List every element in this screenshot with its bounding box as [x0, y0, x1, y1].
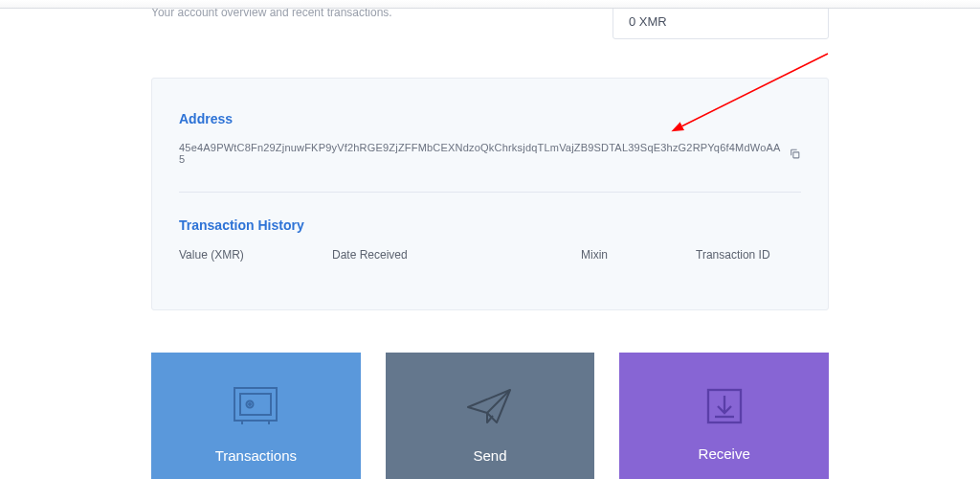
paper-plane-icon [464, 384, 516, 428]
receive-label: Receive [699, 445, 750, 462]
receive-card[interactable]: Receive [619, 353, 829, 479]
send-card[interactable]: Send [386, 353, 595, 479]
address-value: 45e4A9PWtC8Fn29ZjnuwFKP9yVf2hRGE9ZjZFFMb… [179, 142, 783, 165]
download-icon [704, 386, 745, 426]
col-date: Date Received [332, 248, 523, 262]
address-label: Address [179, 111, 801, 126]
history-header: Value (XMR) Date Received Mixin Transact… [179, 248, 801, 262]
transactions-label: Transactions [215, 447, 297, 464]
balance-box: 0 XMR [612, 4, 829, 39]
copy-icon[interactable] [789, 148, 801, 160]
svg-rect-2 [240, 394, 271, 415]
transactions-card[interactable]: Transactions [151, 353, 361, 479]
svg-rect-0 [793, 151, 799, 157]
action-cards: Transactions Send Receive [151, 353, 829, 479]
col-value: Value (XMR) [179, 248, 275, 262]
col-mixin: Mixin [581, 248, 638, 262]
col-txid: Transaction ID [696, 248, 801, 262]
balance-value: 0 XMR [629, 14, 667, 29]
main-panel: Address 45e4A9PWtC8Fn29ZjnuwFKP9yVf2hRGE… [151, 78, 829, 310]
divider [179, 192, 801, 193]
window-chrome [0, 0, 980, 9]
vault-icon [231, 384, 280, 428]
send-label: Send [473, 447, 506, 464]
history-label: Transaction History [179, 217, 801, 233]
svg-point-4 [249, 403, 251, 405]
